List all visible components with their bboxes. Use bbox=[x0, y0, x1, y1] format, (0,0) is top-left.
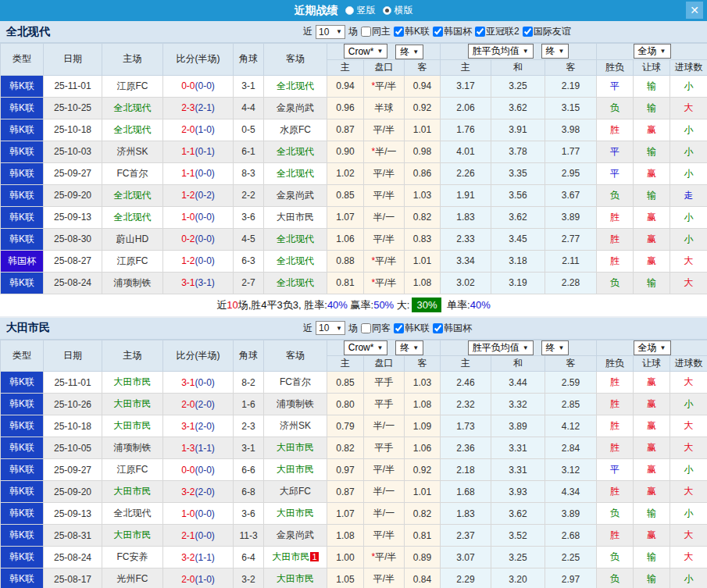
corner-cell: 3-6 bbox=[234, 206, 264, 228]
summary-segment: 30% bbox=[412, 298, 441, 312]
avg-select[interactable]: 胜平负均值▼ bbox=[468, 340, 534, 355]
avg-final-select[interactable]: 终▼ bbox=[541, 340, 570, 355]
avg-draw-cell: 3.35 bbox=[491, 162, 545, 184]
col-date: 日期 bbox=[44, 44, 102, 76]
handicap-cell: 半/一 bbox=[364, 415, 405, 437]
avg-select[interactable]: 胜平负均值▼ bbox=[468, 44, 534, 59]
handicap-result: 输 bbox=[647, 573, 656, 584]
col-home: 主场 bbox=[102, 44, 163, 76]
fulltime-select[interactable]: 全场▼ bbox=[634, 340, 671, 355]
avg-home-cell: 3.07 bbox=[441, 547, 491, 568]
avg-final-select[interactable]: 终▼ bbox=[541, 44, 570, 59]
home-team-name: 全北现代 bbox=[114, 102, 152, 113]
fulltime-score: 1-0 bbox=[181, 212, 195, 223]
odds-home-cell: 0.85 bbox=[327, 184, 364, 206]
handicap-result: 赢 bbox=[647, 124, 656, 135]
home-team-cell: 全北现代 bbox=[102, 97, 163, 119]
handicap-result-cell: 赢 bbox=[634, 437, 670, 459]
match-count-select[interactable]: 10 ▼ bbox=[316, 321, 345, 335]
result-group-header: 全场▼ bbox=[597, 44, 707, 60]
goals-result-cell: 小 bbox=[670, 206, 707, 228]
odds-away-cell: 1.06 bbox=[405, 437, 441, 459]
avg-draw-cell: 3.31 bbox=[491, 459, 545, 481]
avg-draw-cell: 3.78 bbox=[491, 141, 545, 162]
filter-checkbox[interactable]: 同主 bbox=[361, 25, 391, 38]
bookmaker-select[interactable]: Crow*▼ bbox=[344, 340, 388, 355]
odds-away-cell: 0.81 bbox=[405, 525, 441, 547]
halftime-score: (0-1) bbox=[195, 146, 215, 157]
radio-icon bbox=[345, 6, 354, 15]
filter-checkbox[interactable]: 亚冠联2 bbox=[475, 25, 520, 38]
table-row: 韩K联25-10-18全北现代2-0(1-0)0-5水原FC0.87平/半1.0… bbox=[1, 119, 707, 141]
checkbox-icon[interactable] bbox=[433, 323, 443, 333]
home-team-name: 大田市民 bbox=[114, 398, 152, 409]
close-button[interactable]: ✕ bbox=[686, 2, 703, 19]
home-team-cell: 江原FC bbox=[102, 459, 163, 481]
match-count-select[interactable]: 10 ▼ bbox=[316, 25, 345, 39]
handicap-result-cell: 赢 bbox=[634, 525, 670, 547]
col-avg-home: 主 bbox=[441, 356, 491, 372]
handicap-text: 平/半 bbox=[375, 80, 396, 91]
date-cell: 25-10-26 bbox=[44, 394, 102, 415]
handicap-result: 赢 bbox=[647, 464, 656, 475]
away-team-cell: 金泉尚武 bbox=[264, 184, 327, 206]
odds-home-cell: 1.07 bbox=[327, 503, 364, 525]
view-radio-vertical[interactable]: 竖版 bbox=[345, 4, 376, 17]
handicap-text: 平手 bbox=[375, 442, 394, 453]
filter-checkbox[interactable]: 韩国杯 bbox=[433, 25, 472, 38]
checkbox-icon[interactable] bbox=[394, 27, 404, 37]
home-team-cell: FC首尔 bbox=[102, 162, 163, 184]
chevron-down-icon: ▼ bbox=[523, 344, 529, 351]
filter-checkbox[interactable]: 韩K联 bbox=[394, 25, 430, 38]
odds-away-cell: 0.84 bbox=[405, 568, 441, 588]
score-cell: 3-1(0-0) bbox=[163, 372, 234, 394]
home-team-name: 大田市民 bbox=[114, 376, 152, 387]
avg-draw-cell: 3.62 bbox=[491, 503, 545, 525]
filter-label: 韩国杯 bbox=[444, 25, 472, 38]
score-cell: 2-0(1-0) bbox=[163, 568, 234, 588]
bookmaker-final-select[interactable]: 终▼ bbox=[395, 340, 423, 355]
filter-checkbox[interactable]: 韩国杯 bbox=[433, 322, 472, 335]
handicap-result-cell: 输 bbox=[634, 141, 670, 162]
wdl-result-cell: 胜 bbox=[597, 481, 634, 503]
avg-away-cell: 2.28 bbox=[545, 272, 597, 294]
away-team-name: 大田市民 bbox=[277, 464, 314, 475]
checkbox-icon[interactable] bbox=[523, 27, 533, 37]
away-team-name: 大田市民 bbox=[272, 551, 309, 562]
filter-label: 韩国杯 bbox=[444, 322, 472, 335]
handicap-text: 半/一 bbox=[373, 420, 395, 431]
radio-label: 横版 bbox=[395, 4, 413, 17]
filter-checkbox[interactable]: 韩K联 bbox=[394, 322, 430, 335]
bookmaker-final-select[interactable]: 终▼ bbox=[395, 45, 423, 59]
halftime-score: (0-2) bbox=[195, 190, 215, 201]
col-odds-home: 主 bbox=[327, 356, 364, 372]
date-cell: 25-09-20 bbox=[44, 481, 102, 503]
halftime-score: (2-0) bbox=[195, 486, 215, 497]
halftime-score: (0-0) bbox=[195, 80, 215, 91]
away-team-name: 全北现代 bbox=[277, 168, 314, 179]
checkbox-icon[interactable] bbox=[394, 323, 404, 333]
avg-away-cell: 3.67 bbox=[545, 184, 597, 206]
avg-draw-cell: 3.44 bbox=[491, 372, 545, 394]
col-corner: 角球 bbox=[234, 340, 264, 372]
bookmaker-select[interactable]: Crow*▼ bbox=[344, 44, 388, 59]
filter-checkbox[interactable]: 同客 bbox=[361, 322, 391, 335]
filter-bar: 近 10 ▼ 场 同主韩K联韩国杯亚冠联2国际友谊 bbox=[303, 25, 571, 39]
handicap-text: 平/半 bbox=[373, 168, 395, 179]
home-team-name: 大田市民 bbox=[114, 420, 152, 431]
away-team-cell: 大田市民 bbox=[264, 503, 327, 525]
col-away: 客场 bbox=[264, 340, 327, 372]
score-cell: 0-2(0-0) bbox=[163, 228, 234, 250]
away-team-name: 济州SK bbox=[280, 420, 311, 431]
checkbox-icon[interactable] bbox=[361, 323, 371, 333]
home-team-name: 全北现代 bbox=[114, 212, 152, 223]
checkbox-icon[interactable] bbox=[475, 27, 485, 37]
wdl-result: 平 bbox=[610, 80, 620, 91]
filter-checkbox[interactable]: 国际友谊 bbox=[523, 25, 571, 38]
fulltime-select[interactable]: 全场▼ bbox=[634, 44, 671, 59]
league-cell: 韩K联 bbox=[1, 394, 44, 415]
halftime-score: (1-1) bbox=[195, 552, 215, 563]
view-radio-horizontal[interactable]: 横版 bbox=[383, 4, 413, 17]
checkbox-icon[interactable] bbox=[361, 27, 371, 37]
checkbox-icon[interactable] bbox=[433, 27, 443, 37]
